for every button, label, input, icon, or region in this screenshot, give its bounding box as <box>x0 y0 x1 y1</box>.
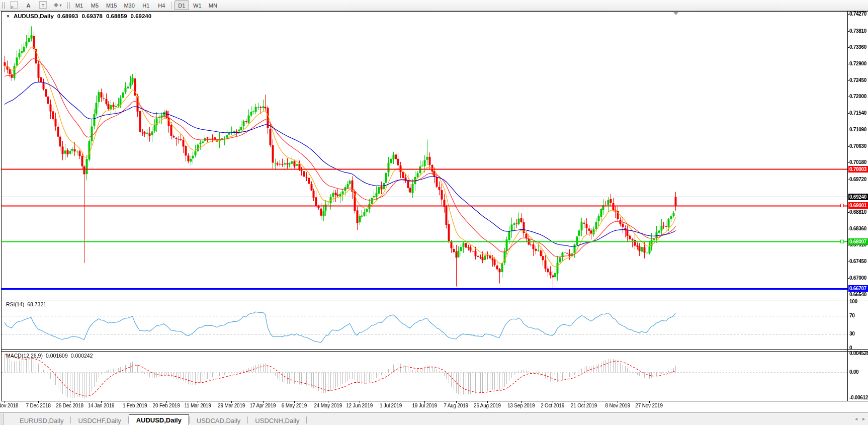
tab-scroll-left-icon[interactable]: ◂ <box>855 416 857 421</box>
tab-usdcnh[interactable]: USDCNH,Daily <box>248 416 306 425</box>
tab-scroll-controls: ◂ ▸ <box>855 416 865 421</box>
timeframe-button-m5[interactable]: M5 <box>88 1 102 10</box>
date-tick-label: 1 Jul 2019 <box>380 403 402 408</box>
date-tick-label: 7 Aug 2019 <box>444 403 468 408</box>
price-badge: 0.69240 <box>848 194 868 200</box>
date-tick-label: 13 Sep 2019 <box>507 403 535 408</box>
ohlc-high-value: 0.69378 <box>81 13 103 19</box>
macd-indicator-label: MACD(12,26,9) 0.001609 0.000242 <box>6 353 93 359</box>
macd-axis-label: 0.004528 <box>849 351 868 356</box>
timeframe-button-m1[interactable]: M1 <box>72 1 86 10</box>
date-tick-label: 29 Mar 2019 <box>218 403 245 408</box>
price-tick-label: 0.68810 <box>849 209 868 215</box>
tab-eurusd[interactable]: EURUSD,Daily <box>13 416 70 425</box>
macd-axis-label: -0.00612 <box>849 395 868 400</box>
date-tick-label: 12 Jun 2019 <box>346 403 373 408</box>
rsi-axis-label: 30 <box>849 331 868 336</box>
date-tick-label: 21 Oct 2019 <box>571 403 597 408</box>
price-tick-label: 0.72900 <box>849 61 868 66</box>
macd-signal-value: 0.000242 <box>71 353 93 359</box>
date-tick-label: 19 Nov 2018 <box>0 403 18 408</box>
terminal-window: F A T ❖ ▾ M1M5M15M30H1H4D1W1MN ▼ AUDUSD,… <box>0 0 868 425</box>
symbol-dropdown-icon[interactable]: ▼ <box>6 14 10 19</box>
price-tick-label: 0.71090 <box>849 127 868 132</box>
timeframe-button-group: M1M5M15M30H1H4D1W1MN <box>71 1 221 10</box>
price-tick-label: 0.73810 <box>849 28 868 34</box>
price-badge: 0.69001 <box>848 202 868 209</box>
date-tick-label: 26 Dec 2018 <box>56 403 83 408</box>
macd-name: MACD(12,26,9) <box>6 353 43 359</box>
toolbar-grip-icon[interactable] <box>66 2 70 9</box>
price-tick-label: 0.72000 <box>849 94 868 99</box>
price-tick-label: 0.74270 <box>849 11 868 17</box>
arrow-text-tool-button[interactable]: A <box>22 1 35 10</box>
price-tick-label: 0.67450 <box>849 259 868 264</box>
date-tick-label: 26 Aug 2019 <box>474 403 501 408</box>
ohlc-close-value: 0.69240 <box>131 13 152 19</box>
price-tick-label: 0.67000 <box>849 275 868 281</box>
price-tick-label: 0.69720 <box>849 177 868 182</box>
tab-separator <box>306 416 307 423</box>
price-tick-label: 0.70180 <box>849 159 868 165</box>
chart-tab-bar: EURUSD,DailyUSDCHF,DailyAUDUSD,DailyUSDC… <box>0 412 868 425</box>
price-tick-label: 0.73360 <box>849 44 868 50</box>
timeframe-button-d1[interactable]: D1 <box>175 1 189 10</box>
price-tick-label: 0.68360 <box>849 226 868 231</box>
date-tick-label: 17 Apr 2019 <box>250 403 276 408</box>
chart-title-bar[interactable]: ▼ AUDUSD,Daily 0.68993 0.69378 0.68859 0… <box>6 13 151 19</box>
date-tick-label: 24 May 2019 <box>314 403 342 408</box>
tab-audusd[interactable]: AUDUSD,Daily <box>129 414 189 425</box>
date-tick-label: 19 Jul 2019 <box>412 403 437 408</box>
timeframe-button-m30[interactable]: M30 <box>121 1 137 10</box>
timeframe-button-mn[interactable]: MN <box>206 1 220 10</box>
date-tick-label: 11 Mar 2019 <box>184 403 211 408</box>
rsi-name: RSI(14) <box>6 301 24 307</box>
pointer-mode-button[interactable]: ❖ ▾ <box>51 1 64 10</box>
rsi-indicator-label: RSI(14) 68.7321 <box>6 301 46 307</box>
price-badge: 0.66707 <box>848 285 868 292</box>
date-tick-label: 7 Dec 2018 <box>26 403 51 408</box>
top-toolbar: F A T ❖ ▾ M1M5M15M30H1H4D1W1MN <box>0 0 868 11</box>
date-tick-label: 2 Oct 2019 <box>541 403 564 408</box>
date-tick-label: 14 Jan 2019 <box>88 403 115 408</box>
tab-usdchf[interactable]: USDCHF,Daily <box>71 416 128 425</box>
boxed-t-icon: T <box>39 2 47 9</box>
tool-t-label: T <box>42 3 45 8</box>
text-tool-button[interactable]: T <box>36 1 50 10</box>
timeframe-button-h1[interactable]: H1 <box>139 1 153 10</box>
rsi-axis-label: 0 <box>849 345 868 351</box>
timeframe-button-h4[interactable]: H4 <box>154 1 169 10</box>
symbol-timeframe-label: AUDUSD,Daily <box>14 13 54 19</box>
price-tick-label: 0.70630 <box>849 143 868 149</box>
price-badge: 0.68007 <box>848 238 868 245</box>
chart-tabs: EURUSD,DailyUSDCHF,DailyAUDUSD,DailyUSDC… <box>13 414 307 425</box>
tab-scroll-right-icon[interactable]: ▸ <box>862 416 865 421</box>
date-tick-label: 27 Nov 2019 <box>635 403 663 408</box>
timeframe-button-m15[interactable]: M15 <box>103 1 120 10</box>
rsi-value: 68.7321 <box>27 301 46 307</box>
fibonacci-tool-button[interactable]: F <box>7 1 21 10</box>
pointer-diamond-icon: ❖ <box>54 2 59 9</box>
ohlc-open-value: 0.68993 <box>57 13 78 19</box>
chart-shift-marker-icon[interactable] <box>673 12 678 15</box>
tab-usdcad[interactable]: USDCAD,Daily <box>190 416 247 425</box>
price-tick-label: 0.71540 <box>849 110 868 116</box>
date-tick-label: 6 May 2019 <box>282 403 307 408</box>
macd-axis-label: 0.00 <box>849 369 868 375</box>
macd-main-value: 0.001609 <box>46 353 68 359</box>
price-badge: 0.70003 <box>848 166 868 173</box>
date-tick-label: 20 Feb 2019 <box>153 403 180 408</box>
timeframe-button-w1[interactable]: W1 <box>190 1 205 10</box>
toolbar-grip-icon[interactable] <box>2 2 5 9</box>
main-chart-canvas[interactable] <box>0 0 868 425</box>
rsi-axis-label: 100 <box>849 299 868 304</box>
ohlc-low-value: 0.68859 <box>106 13 127 19</box>
price-tick-label: 0.72450 <box>849 77 868 83</box>
date-tick-label: 8 Nov 2019 <box>605 403 630 408</box>
tab-bar-stub <box>0 413 4 425</box>
dotted-grid-icon: F <box>10 2 18 9</box>
rsi-axis-label: 70 <box>849 313 868 318</box>
tool-f-label: F <box>11 5 14 10</box>
date-tick-label: 1 Feb 2019 <box>123 403 147 408</box>
price-tick-label: 0.66540 <box>849 292 868 297</box>
